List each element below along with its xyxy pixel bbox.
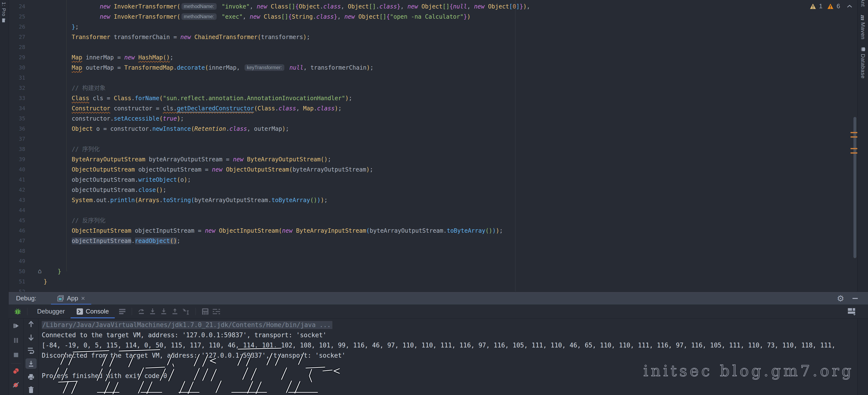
line-number-42[interactable]: 42 bbox=[10, 185, 25, 195]
tab-debugger[interactable]: Debugger bbox=[31, 304, 71, 318]
line-number-41[interactable]: 41 bbox=[10, 175, 25, 185]
console-line[interactable]: Connected to the target VM, address: '12… bbox=[42, 330, 327, 340]
sidebar-item-maven[interactable]: m Maven bbox=[860, 14, 866, 39]
down-stack-trace-icon[interactable] bbox=[26, 332, 37, 343]
console-line[interactable]: /Library/Java/JavaVirtualMachines/jdk1.7… bbox=[42, 320, 332, 330]
code-line-42[interactable]: objectOutputStream.close(); bbox=[44, 185, 166, 195]
step-into-icon[interactable] bbox=[147, 306, 158, 317]
code-line-51[interactable]: } bbox=[44, 277, 47, 287]
editor-scrollbar[interactable] bbox=[854, 117, 856, 258]
code-line-43[interactable]: System.out.println(Arrays.toString(byteA… bbox=[44, 195, 328, 205]
code-line-32[interactable]: // 构建对象 bbox=[44, 83, 105, 93]
line-number-37[interactable]: 37 bbox=[10, 134, 25, 144]
code-line-26[interactable]: }; bbox=[44, 22, 79, 32]
line-number-28[interactable]: 28 bbox=[10, 42, 25, 52]
line-number-29[interactable]: 29 bbox=[10, 52, 25, 63]
line-number-36[interactable]: 36 bbox=[10, 124, 25, 134]
line-number-51[interactable]: 51 bbox=[10, 277, 25, 287]
sidebar-item-database[interactable]: Database bbox=[860, 47, 866, 79]
ide-window: 2425262728293031323334353637383940414243… bbox=[0, 0, 868, 395]
warning-stripe-mark[interactable] bbox=[850, 152, 858, 154]
code-line-45[interactable]: // 反序列化 bbox=[44, 215, 105, 226]
line-number-40[interactable]: 40 bbox=[10, 164, 25, 175]
mute-breakpoints-icon[interactable] bbox=[10, 379, 22, 390]
code-line-46[interactable]: ObjectInputStream objectInputStream = ne… bbox=[44, 226, 503, 236]
line-number-43[interactable]: 43 bbox=[10, 195, 25, 205]
console-output[interactable]: /Library/Java/JavaVirtualMachines/jdk1.7… bbox=[38, 318, 857, 395]
prev-problem-icon[interactable] bbox=[846, 4, 853, 8]
stop-icon[interactable] bbox=[10, 350, 22, 361]
tab-console[interactable]: Console bbox=[71, 304, 115, 318]
force-step-into-icon[interactable] bbox=[158, 306, 169, 317]
view-breakpoints-icon[interactable] bbox=[10, 366, 22, 377]
line-number-27[interactable]: 27 bbox=[10, 32, 25, 42]
debug-session-tab[interactable]: App × bbox=[51, 292, 91, 305]
line-number-24[interactable]: 24 bbox=[10, 1, 25, 12]
line-number-33[interactable]: 33 bbox=[10, 93, 25, 103]
console-line[interactable]: Process finished with exit code 0 bbox=[42, 371, 167, 381]
code-line-33[interactable]: Class cls = Class.forName("sun.reflect.a… bbox=[44, 93, 352, 103]
line-number-25[interactable]: 25 bbox=[10, 12, 25, 22]
line-number-49[interactable]: 49 bbox=[10, 256, 25, 266]
sidebar-item-ant[interactable]: Ant bbox=[860, 0, 866, 7]
gear-icon[interactable]: ⚙ bbox=[837, 294, 844, 303]
code-line-36[interactable]: Object o = constructor.newInstance(Reten… bbox=[44, 124, 289, 134]
session-tab-label: App bbox=[67, 295, 78, 302]
code-line-27[interactable]: Transformer transformerChain = new Chain… bbox=[44, 32, 310, 42]
code-line-41[interactable]: objectOutputStream.writeObject(o); bbox=[44, 175, 191, 185]
clear-all-icon[interactable] bbox=[26, 385, 37, 395]
line-number-26[interactable]: 26 bbox=[10, 22, 25, 32]
code-line-39[interactable]: ByteArrayOutputStream byteArrayOutputStr… bbox=[44, 154, 331, 164]
layout-settings-icon[interactable] bbox=[846, 306, 857, 317]
line-number-30[interactable]: 30 bbox=[10, 63, 25, 73]
soft-wrap-icon[interactable] bbox=[26, 345, 37, 356]
parameter-hint: keyTransformer: bbox=[245, 64, 285, 71]
line-number-48[interactable]: 48 bbox=[10, 246, 25, 256]
pause-program-icon[interactable] bbox=[10, 335, 22, 346]
code-line-30[interactable]: Map outerMap = TransformedMap.decorate(i… bbox=[44, 63, 374, 73]
warning-stripe-mark[interactable] bbox=[850, 148, 858, 149]
line-number-32[interactable]: 32 bbox=[10, 83, 25, 93]
sidebar-item-project[interactable]: 1: Pro bbox=[1, 2, 6, 23]
print-icon[interactable] bbox=[26, 372, 37, 382]
code-line-40[interactable]: ObjectOutputStream objectOutputStream = … bbox=[44, 164, 373, 175]
code-editor[interactable]: 2425262728293031323334353637383940414243… bbox=[9, 0, 857, 292]
resume-program-icon[interactable] bbox=[10, 320, 22, 331]
code-line-35[interactable]: constructor.setAccessible(true); bbox=[44, 114, 184, 124]
code-line-29[interactable]: Map innerMap = new HashMap(); bbox=[44, 52, 174, 63]
code-line-47[interactable]: objectInputStream.readObject(); bbox=[44, 236, 181, 246]
line-number-44[interactable]: 44 bbox=[10, 205, 25, 215]
warning-count: 6 bbox=[836, 2, 840, 10]
step-over-icon[interactable] bbox=[136, 306, 147, 317]
scroll-to-end-icon[interactable] bbox=[26, 358, 37, 369]
code-line-50[interactable]: } bbox=[44, 266, 61, 277]
warning-stripe-mark[interactable] bbox=[850, 136, 858, 138]
up-stack-trace-icon[interactable] bbox=[26, 319, 37, 329]
line-number-46[interactable]: 46 bbox=[10, 226, 25, 236]
line-number-38[interactable]: 38 bbox=[10, 144, 25, 154]
line-number-45[interactable]: 45 bbox=[10, 215, 25, 226]
line-number-39[interactable]: 39 bbox=[10, 154, 25, 164]
code-line-24[interactable]: new InvokerTransformer(methodName: "invo… bbox=[44, 1, 530, 12]
evaluate-expression-icon[interactable] bbox=[200, 306, 211, 317]
inspections-widget[interactable]: 1 6 bbox=[810, 2, 864, 10]
run-to-cursor-icon[interactable] bbox=[181, 306, 192, 317]
line-number-31[interactable]: 31 bbox=[10, 73, 25, 83]
close-session-icon[interactable]: × bbox=[81, 295, 85, 302]
code-line-38[interactable]: // 序列化 bbox=[44, 144, 100, 154]
right-margin-guide bbox=[515, 0, 516, 292]
console-line[interactable]: Disconnected from the target VM, address… bbox=[42, 351, 345, 361]
view-options-icon[interactable] bbox=[117, 306, 128, 317]
line-number-34[interactable]: 34 bbox=[10, 103, 25, 114]
hide-toolwindow-icon[interactable] bbox=[852, 298, 858, 299]
line-number-35[interactable]: 35 bbox=[10, 114, 25, 124]
code-line-34[interactable]: Constructor constructor = cls.getDeclare… bbox=[44, 103, 342, 114]
line-number-47[interactable]: 47 bbox=[10, 236, 25, 246]
console-line[interactable]: [-84, -19, 0, 5, 115, 114, 0, 50, 115, 1… bbox=[42, 340, 836, 351]
line-number-50[interactable]: 50 bbox=[10, 266, 25, 277]
debugger-settings-icon[interactable] bbox=[211, 306, 222, 317]
warning-stripe-mark[interactable] bbox=[850, 132, 858, 133]
step-out-icon[interactable] bbox=[169, 306, 181, 317]
fold-marker-icon[interactable]: ⌂ bbox=[38, 267, 42, 275]
code-line-25[interactable]: new InvokerTransformer(methodName: "exec… bbox=[44, 12, 471, 22]
